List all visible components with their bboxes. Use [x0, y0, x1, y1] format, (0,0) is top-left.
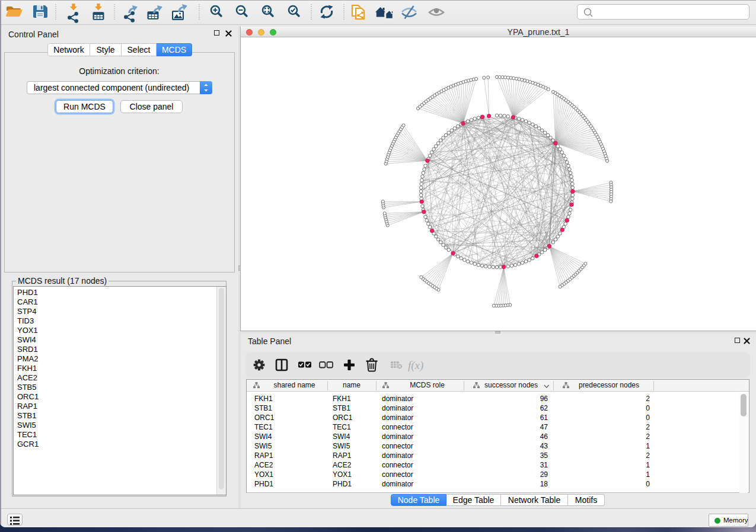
svg-text:f(x): f(x): [408, 359, 423, 372]
